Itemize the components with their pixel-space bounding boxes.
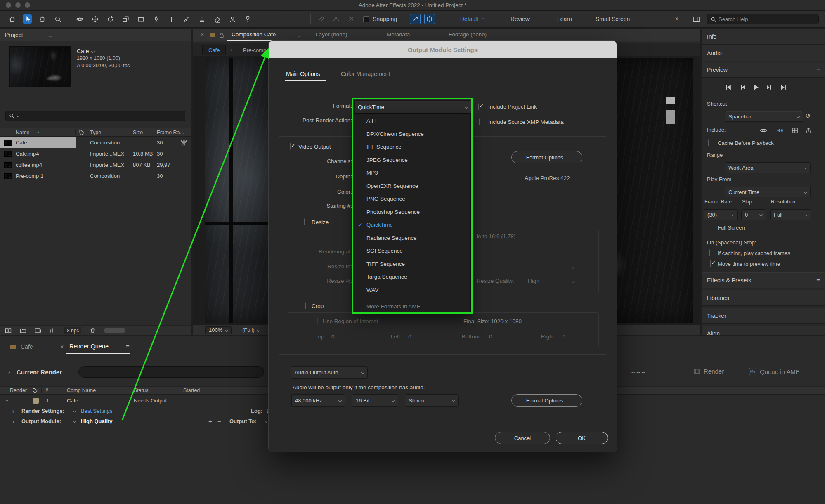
dialog-titlebar[interactable]: Output Module Settings [269,41,617,58]
viewer-tab-precomp[interactable]: Pre-comp [237,45,272,55]
tab-scroll-left-icon[interactable]: ‹ [231,46,233,53]
panel-menu-icon[interactable]: ≡ [126,343,130,350]
skip-select[interactable]: 0 [741,209,766,220]
rotation-tool-icon[interactable] [106,14,115,24]
include-project-link-checkbox[interactable] [478,103,479,110]
eraser-tool-icon[interactable] [213,14,222,24]
format-options-button[interactable]: Format Options... [511,151,582,163]
effects-presets-panel-header[interactable]: Effects & Presets≡ [702,272,825,288]
audio-output-select[interactable]: Audio Output Auto [291,366,368,379]
play-icon[interactable] [752,84,759,91]
output-module-value[interactable]: High Quality [81,418,113,424]
tracker-panel-header[interactable]: Tracker [702,308,825,324]
resolution-select[interactable]: (Full) [242,327,260,333]
viewer-tab-cafe[interactable]: Cafe [202,45,226,55]
format-menu-item[interactable]: TIFF Sequence [354,258,470,271]
puppet-pin-tool-icon[interactable] [243,14,252,24]
roto-brush-tool-icon[interactable] [228,14,237,24]
hand-tool-icon[interactable] [38,14,47,24]
thumbnail-scale-slider[interactable] [104,328,125,333]
if-caching-checkbox[interactable] [709,249,710,256]
more-formats-item[interactable]: More Formats in AME [354,299,470,313]
format-menu-item[interactable]: Targa Sequence [354,270,470,284]
format-menu-item-quicktime[interactable]: QuickTime [354,218,470,232]
include-video-eye-icon[interactable] [760,127,767,134]
tab-main-options[interactable]: Main Options [286,71,320,77]
workspace-tab-review[interactable]: Review [511,16,530,22]
panel-menu-icon[interactable]: ≡ [816,277,820,284]
tab-render-queue[interactable]: Render Queue [69,343,109,350]
tab-metadata[interactable]: Metadata [387,31,410,38]
format-menu-item[interactable]: AIFF [354,114,470,128]
crop-left-value[interactable]: 0 [408,334,411,340]
next-frame-icon[interactable] [766,84,773,91]
label-color-icon[interactable] [32,388,38,393]
table-row[interactable]: coffee.mp4 Importe...MEX 807 KB 29,97 [0,159,191,170]
queue-in-ame-button[interactable]: Me Queue in AME [749,368,800,375]
chevron-down-icon[interactable] [265,419,268,423]
include-export-icon[interactable] [805,127,812,134]
column-started[interactable]: Started [183,388,200,393]
zoom-select[interactable]: 100% [205,326,232,334]
sort-ascending-icon[interactable]: ▲ [36,130,40,134]
format-menu-item[interactable]: DPX/Cineon Sequence [354,128,470,141]
lock-icon[interactable] [219,32,225,38]
render-button[interactable]: Render [693,368,724,375]
play-from-select[interactable]: Current Time [725,187,811,197]
format-select[interactable]: QuickTime [354,100,471,114]
format-menu-item[interactable]: PNG Sequence [354,192,470,206]
column-render[interactable]: Render [10,388,27,393]
crop-checkbox[interactable] [305,302,306,309]
home-icon[interactable] [7,14,17,24]
table-row[interactable]: Pre-comp 1 Composition 30 [0,170,191,182]
crop-right-value[interactable]: 0 [563,334,566,340]
render-settings-value[interactable]: Best Settings [81,408,113,414]
new-composition-icon[interactable] [35,327,41,334]
info-panel-header[interactable]: Info [702,29,825,45]
ok-button[interactable]: OK [556,432,608,444]
remove-output-module-icon[interactable]: − [217,418,221,425]
include-audio-speaker-icon[interactable] [776,127,783,134]
tab-layer[interactable]: Layer (none) [316,31,347,38]
orbit-camera-tool-icon[interactable] [75,14,84,24]
project-panel-header[interactable]: Project ≡ [0,29,191,41]
libraries-panel-header[interactable]: Libraries [702,290,825,306]
brush-tool-icon[interactable] [182,14,191,24]
chevron-down-icon[interactable] [73,419,76,423]
column-size[interactable]: Size [133,130,143,135]
bpc-indicator[interactable]: 8 bpc [64,327,81,334]
column-number[interactable]: # [45,388,48,393]
row-selection[interactable]: Cafe [0,137,76,148]
format-menu-item[interactable]: JPEG Sequence [354,154,470,167]
label-color-swatch[interactable] [33,398,39,404]
new-folder-icon[interactable] [20,327,26,334]
format-menu-item[interactable]: IFF Sequence [354,140,470,154]
tab-composition-cafe[interactable]: Composition Cafe [232,31,276,38]
cache-before-playback-checkbox[interactable] [708,139,709,146]
include-xmp-checkbox[interactable] [479,118,480,125]
collapse-chevron-icon[interactable] [5,398,9,402]
mask-feather-tool-icon[interactable] [317,14,326,24]
previous-frame-icon[interactable] [739,84,746,91]
snapping-checkbox[interactable] [363,16,369,22]
panel-menu-icon[interactable]: ≡ [297,31,301,38]
workspace-tab-default[interactable]: Default ≡ [460,16,485,22]
pan-camera-tool-icon[interactable] [90,14,99,24]
format-menu-item[interactable]: OpenEXR Sequence [354,180,470,193]
vertex-tool-icon[interactable] [331,14,340,24]
type-tool-icon[interactable] [167,14,176,24]
add-output-module-icon[interactable]: + [208,418,212,425]
preview-panel-header[interactable]: Preview≡ [702,62,825,78]
panel-menu-icon[interactable]: ≡ [816,66,820,73]
project-search-field[interactable] [5,111,185,121]
format-menu-item[interactable]: MP3 [354,166,470,180]
pan-behind-tool-icon[interactable] [121,14,130,24]
column-type[interactable]: Type [90,130,101,135]
panel-grid-icon[interactable] [5,327,12,334]
column-status[interactable]: Status [134,388,148,393]
tab-footage[interactable]: Footage (none) [449,31,487,38]
audio-channels-select[interactable]: Stereo [405,394,459,407]
table-row[interactable]: Cafe Composition 30 [0,137,191,148]
last-frame-icon[interactable] [780,84,787,91]
format-menu-item[interactable]: WAV [354,284,470,297]
